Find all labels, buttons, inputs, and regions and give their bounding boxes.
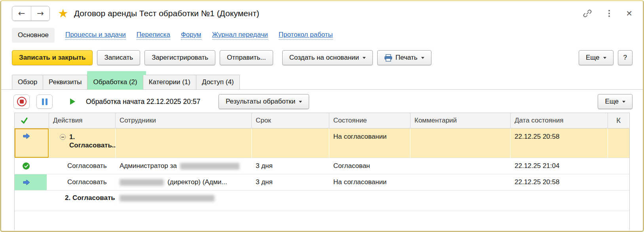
processing-results-label: Результаты обработки: [226, 98, 295, 106]
tab-access[interactable]: Доступ (4): [196, 75, 240, 89]
column-header-term[interactable]: Срок: [252, 113, 329, 128]
column-header-k[interactable]: К: [608, 113, 629, 128]
cell-state[interactable]: [329, 191, 410, 211]
nav-link-transfer-log[interactable]: Журнал передачи: [212, 31, 268, 40]
tab-categories[interactable]: Категории (1): [143, 75, 196, 89]
nav-link-forum[interactable]: Форум: [181, 31, 201, 40]
cell-employees[interactable]: [116, 128, 252, 158]
cell-k[interactable]: [608, 191, 629, 211]
blue-right-arrow-icon: [23, 179, 30, 186]
table-row-step-2[interactable]: Согласовать (директор) (Адми... 3 дня На…: [15, 174, 629, 191]
green-circle-check-icon: [23, 162, 30, 170]
send-button[interactable]: Отправить...: [220, 50, 273, 65]
cell-mark[interactable]: [15, 191, 49, 211]
nav-item-main[interactable]: Основное: [12, 28, 55, 43]
page-title: Договор аренды Тест обработки №1 (Докуме…: [74, 9, 259, 18]
menu-kebab-icon[interactable]: [608, 10, 610, 17]
create-based-on-label: Создать на основании: [289, 54, 359, 62]
cell-comment[interactable]: [410, 158, 511, 174]
cell-state[interactable]: На согласовании: [329, 174, 410, 190]
column-header-comment[interactable]: Комментарий: [410, 113, 511, 128]
more-button-processing[interactable]: Еще: [598, 94, 633, 109]
column-header-state-date[interactable]: Дата состояния: [511, 113, 608, 128]
cell-done-mark[interactable]: [15, 158, 49, 174]
nav-link-processes[interactable]: Процессы и задачи: [65, 31, 126, 40]
employee-text: Администратор за: [120, 162, 177, 170]
check-icon: [21, 117, 28, 124]
nav-link-correspondence[interactable]: Переписка: [137, 31, 170, 40]
favorite-star-icon[interactable]: ★: [58, 8, 68, 19]
cell-employees[interactable]: (директор) (Адми...: [116, 174, 252, 190]
cell-comment[interactable]: [410, 174, 511, 190]
pause-icon: [42, 98, 47, 105]
cell-action[interactable]: Согласовать: [49, 158, 116, 174]
chevron-down-icon: [622, 101, 625, 103]
help-button[interactable]: ?: [618, 50, 633, 65]
forward-button[interactable]: →: [31, 6, 49, 21]
cell-k[interactable]: [608, 158, 629, 174]
cell-state[interactable]: На согласовании: [329, 128, 410, 158]
cell-current-mark[interactable]: [15, 174, 49, 190]
cell-action[interactable]: 2. Согласовать: [49, 191, 116, 211]
cell-action[interactable]: 1. Согласовать...: [49, 128, 116, 158]
cell-state-date[interactable]: 22.12.25 21:04: [511, 158, 608, 174]
stop-icon: [17, 97, 27, 106]
back-button[interactable]: ←: [12, 6, 31, 21]
more-label: Еще: [586, 54, 600, 62]
table-row-group-2[interactable]: 2. Согласовать: [15, 191, 629, 211]
cell-comment[interactable]: [410, 191, 511, 211]
cell-k[interactable]: [608, 174, 629, 190]
close-icon[interactable]: ✕: [626, 9, 633, 18]
cell-state-date[interactable]: 22.12.25 20:58: [511, 174, 608, 190]
column-header-mark[interactable]: [15, 113, 49, 128]
save-and-close-button[interactable]: Записать и закрыть: [12, 50, 93, 65]
cell-state-date[interactable]: 22.12.25 20:58: [511, 128, 608, 158]
cell-state[interactable]: Согласован: [329, 158, 410, 174]
cell-term[interactable]: 3 дня: [252, 158, 329, 174]
processing-status-text: Обработка начата 22.12.2025 20:57: [86, 98, 200, 106]
nav-link-work-protocol[interactable]: Протокол работы: [279, 31, 333, 40]
processing-results-button[interactable]: Результаты обработки: [218, 94, 309, 109]
redacted-text: [120, 195, 215, 202]
column-header-employees[interactable]: Сотрудники: [116, 113, 252, 128]
pause-processing-button[interactable]: [36, 94, 53, 109]
chevron-down-icon: [299, 101, 302, 103]
titlebar-actions: ✕: [582, 8, 634, 19]
print-button[interactable]: Печать: [377, 50, 431, 65]
tab-processing[interactable]: Обработка (2): [87, 75, 143, 90]
column-header-state[interactable]: Состояние: [329, 113, 410, 128]
stop-processing-button[interactable]: [13, 94, 30, 109]
nav-row: Основное Процессы и задачи Переписка Фор…: [1, 24, 643, 46]
cell-term[interactable]: 3 дня: [252, 174, 329, 190]
blue-right-arrow-icon: [23, 133, 30, 140]
cell-state-date[interactable]: [511, 191, 608, 211]
chevron-down-icon: [421, 57, 424, 59]
more-button[interactable]: Еще: [579, 50, 614, 65]
collapse-minus-icon[interactable]: [60, 134, 66, 140]
column-header-actions[interactable]: Действия: [49, 113, 116, 128]
cell-term[interactable]: [252, 191, 329, 211]
cell-k[interactable]: [608, 128, 629, 158]
table-row-group-1[interactable]: 1. Согласовать... На согласовании 22.12.…: [15, 128, 629, 158]
cell-action[interactable]: Согласовать: [49, 174, 116, 190]
save-button[interactable]: Записать: [97, 50, 140, 65]
link-icon[interactable]: [582, 8, 593, 19]
cell-comment[interactable]: [410, 128, 511, 158]
cell-employees[interactable]: Администратор за: [116, 158, 252, 174]
cell-employees[interactable]: [116, 191, 252, 211]
chevron-down-icon: [363, 57, 366, 59]
print-label: Печать: [395, 54, 418, 62]
cell-term[interactable]: [252, 128, 329, 158]
table-row-step-1[interactable]: Согласовать Администратор за 3 дня Согла…: [15, 158, 629, 174]
tab-requisites[interactable]: Реквизиты: [43, 75, 87, 89]
employee-text: (директор) (Адми...: [167, 178, 227, 186]
more-processing-label: Еще: [605, 98, 619, 106]
app-window: ← → ★ Договор аренды Тест обработки №1 (…: [0, 0, 644, 232]
create-based-on-button[interactable]: Создать на основании: [282, 50, 373, 65]
register-button[interactable]: Зарегистрировать: [144, 50, 215, 65]
redacted-text: [120, 179, 164, 186]
history-buttons: ← →: [12, 6, 50, 21]
play-icon: [70, 98, 75, 105]
tab-overview[interactable]: Обзор: [12, 75, 43, 89]
cell-current-mark[interactable]: [15, 128, 49, 158]
